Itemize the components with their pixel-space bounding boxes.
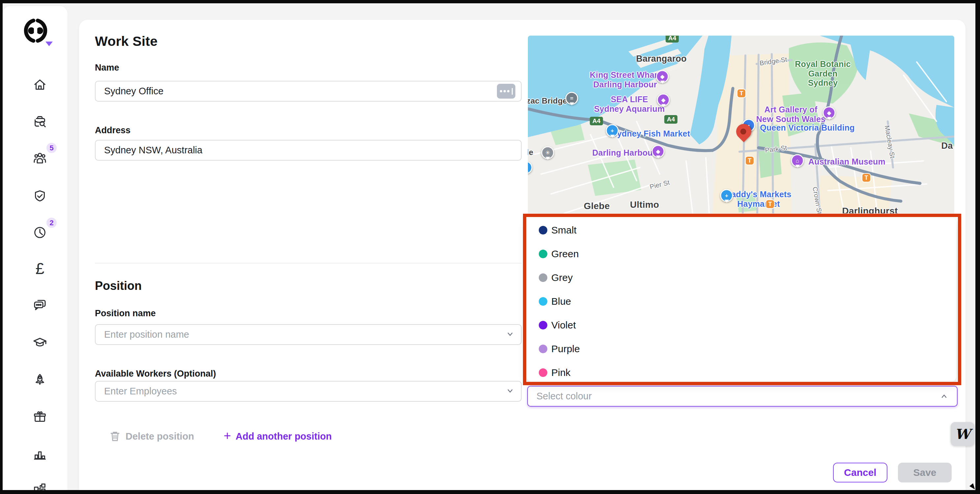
pound-icon: £ bbox=[36, 261, 45, 277]
plus-icon: + bbox=[224, 429, 231, 442]
map[interactable]: BarangarooKing Street Wharf Darling Harb… bbox=[528, 36, 954, 214]
map-label-poi-qvb: Queen Victoria Building bbox=[760, 123, 855, 132]
colour-option-smalt[interactable]: Smalt bbox=[527, 222, 956, 238]
watermark-tab[interactable]: W bbox=[951, 422, 974, 446]
sidebar-item-recruitment[interactable] bbox=[30, 112, 49, 131]
mouse-cursor bbox=[969, 483, 975, 490]
delete-position-label: Delete position bbox=[126, 431, 194, 442]
sidebar-item-launch[interactable] bbox=[30, 370, 49, 389]
bar-chart-icon bbox=[32, 446, 48, 462]
home-icon bbox=[32, 78, 48, 92]
add-position-label: Add another position bbox=[235, 431, 332, 442]
paddys-cart-marker-icon: + bbox=[720, 189, 733, 202]
colour-dot bbox=[539, 344, 547, 353]
employment-hero-logo-icon bbox=[22, 17, 49, 44]
sidebar-item-learning[interactable] bbox=[30, 333, 49, 352]
sidebar: 5 2 £ bbox=[3, 6, 68, 490]
map-label-poi-anzac-bridge: nzac Bridge bbox=[528, 96, 567, 105]
colour-select-field[interactable]: Select colour bbox=[527, 386, 958, 406]
map-label-suburb-darlinghurst: Darlinghurst bbox=[842, 206, 898, 214]
section-divider bbox=[95, 263, 522, 263]
trash-icon bbox=[110, 431, 120, 442]
shield-check-icon bbox=[32, 189, 48, 204]
route-a4-left-icon: A4 bbox=[590, 117, 603, 125]
sidebar-item-benefits[interactable] bbox=[30, 407, 49, 426]
sidebar-item-compliance[interactable] bbox=[30, 186, 49, 206]
org-switcher[interactable] bbox=[22, 17, 55, 49]
briefcase-search-icon bbox=[32, 114, 48, 129]
colour-option-violet[interactable]: Violet bbox=[527, 317, 956, 333]
map-label-suburb-ultimo: Ultimo bbox=[630, 199, 659, 210]
watermark-w-icon: W bbox=[955, 426, 970, 442]
map-label-poi-darling-harbour: Darling Harbour bbox=[592, 148, 656, 158]
colour-option-label: Green bbox=[551, 248, 579, 260]
colour-option-pink[interactable]: Pink bbox=[527, 364, 956, 381]
camera-marker-king-street-wharf-icon: ◆ bbox=[656, 70, 669, 83]
map-label-suburb-glebe: Glebe bbox=[584, 201, 610, 211]
map-label-poi-paddys-markets: Paddy's Markets Haymarket bbox=[725, 190, 791, 209]
position-actions: Delete position + Add another position bbox=[110, 429, 332, 444]
worksite-panel: Work Site Name Address Position Position… bbox=[79, 20, 966, 490]
colour-option-purple[interactable]: Purple bbox=[527, 341, 956, 357]
position-name-input[interactable] bbox=[95, 324, 522, 345]
chevron-down-icon[interactable] bbox=[506, 387, 514, 395]
colour-option-label: Violet bbox=[551, 320, 576, 331]
people-badge: 5 bbox=[46, 143, 57, 153]
transit-t-2-icon: T bbox=[745, 156, 754, 165]
colour-option-blue[interactable]: Blue bbox=[527, 293, 956, 310]
colour-option-grey[interactable]: Grey bbox=[527, 269, 956, 286]
available-workers-label: Available Workers (Optional) bbox=[95, 369, 216, 379]
colour-option-label: Blue bbox=[551, 296, 571, 307]
colour-select-placeholder: Select colour bbox=[536, 391, 940, 402]
position-name-label: Position name bbox=[95, 308, 156, 319]
map-label-suburb-barangaroo: Barangaroo bbox=[636, 54, 687, 64]
delete-position-button[interactable]: Delete position bbox=[110, 431, 194, 442]
map-label-poi-botanic-garden: Royal Botanic Garden Sydney bbox=[795, 59, 851, 88]
darling-harbour-camera-marker-icon: ◆ bbox=[652, 145, 665, 158]
map-label-poi-art-gallery: Art Gallery of New South Wales bbox=[756, 105, 826, 124]
save-button[interactable]: Save bbox=[898, 463, 952, 483]
colour-option-green[interactable]: Green bbox=[527, 246, 956, 262]
app-window: 5 2 £ Work Site N bbox=[3, 3, 975, 490]
graduation-cap-icon bbox=[32, 335, 48, 350]
chevron-down-icon[interactable] bbox=[506, 330, 514, 338]
autofill-icon[interactable] bbox=[497, 84, 515, 99]
map-label-label-cut-le: le bbox=[528, 148, 533, 157]
transit-t-3-icon: T bbox=[765, 199, 775, 209]
colour-dot bbox=[539, 321, 547, 330]
sidebar-item-payroll[interactable]: £ bbox=[30, 259, 49, 278]
aquarium-marker-icon: ◆ bbox=[657, 94, 670, 107]
gallery-palette-marker-icon: ◆ bbox=[823, 107, 836, 120]
map-label-poi-king-street-wharf: King Street Wharf Darling Harbour bbox=[590, 70, 661, 89]
available-workers-input[interactable] bbox=[95, 381, 522, 402]
map-label-suburb-cut-da: Da bbox=[942, 141, 953, 151]
gift-icon bbox=[32, 409, 48, 424]
worksite-name-input[interactable] bbox=[95, 81, 522, 102]
people-icon bbox=[32, 150, 48, 166]
colour-option-label: Purple bbox=[551, 343, 580, 354]
colour-dot bbox=[539, 297, 547, 306]
chat-bubbles-icon bbox=[32, 297, 48, 313]
sidebar-item-time[interactable]: 2 bbox=[30, 223, 49, 242]
sidebar-item-org-chart[interactable] bbox=[30, 480, 49, 490]
colour-dot bbox=[539, 226, 547, 234]
sidebar-item-messages[interactable] bbox=[30, 295, 49, 315]
map-label-poi-fish-market: Sydney Fish Market bbox=[612, 129, 690, 139]
worksite-address-input[interactable] bbox=[95, 140, 522, 161]
colour-dot bbox=[539, 273, 547, 282]
fish-market-cart-marker-icon: + bbox=[606, 124, 619, 137]
colour-option-label: Smalt bbox=[551, 225, 577, 236]
sidebar-item-people[interactable]: 5 bbox=[30, 148, 49, 167]
position-title: Position bbox=[95, 279, 142, 293]
add-position-button[interactable]: + Add another position bbox=[224, 431, 332, 442]
sidebar-item-reports[interactable] bbox=[30, 445, 49, 464]
rocket-icon bbox=[32, 372, 48, 387]
map-label-poi-australian-museum: Australian Museum bbox=[808, 157, 885, 167]
sidebar-item-home[interactable] bbox=[30, 75, 49, 95]
worksite-title: Work Site bbox=[95, 33, 158, 49]
transit-t-4-icon: T bbox=[862, 173, 871, 182]
bridge-marker-icon: = bbox=[565, 92, 578, 105]
time-badge: 2 bbox=[46, 218, 57, 228]
route-a4-top-icon: A4 bbox=[666, 36, 679, 43]
cancel-button[interactable]: Cancel bbox=[833, 463, 888, 483]
